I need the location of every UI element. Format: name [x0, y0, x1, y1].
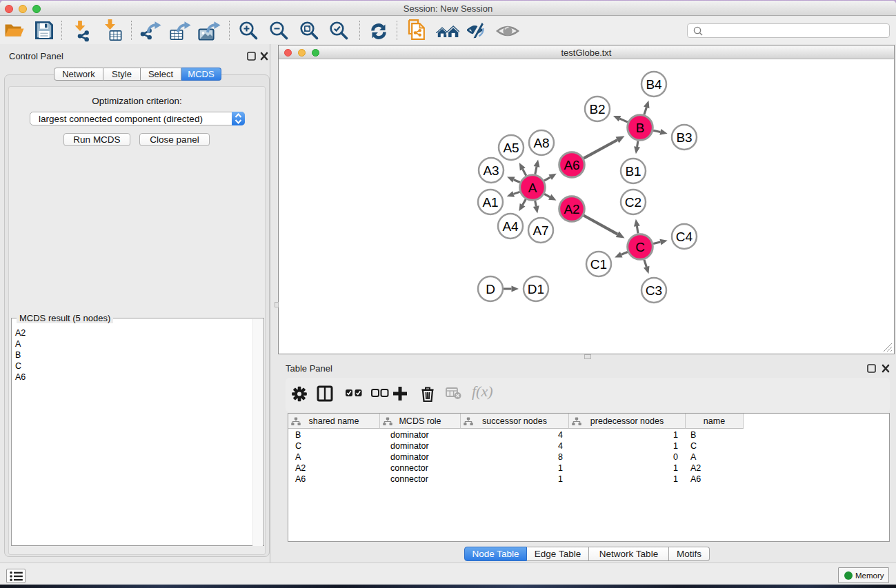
svg-text:A: A	[528, 181, 537, 195]
svg-text:A4: A4	[502, 219, 519, 234]
svg-text:A1: A1	[482, 195, 498, 210]
svg-text:C: C	[635, 240, 645, 254]
svg-text:C2: C2	[625, 195, 641, 210]
svg-text:D: D	[486, 282, 495, 296]
svg-text:D1: D1	[528, 282, 544, 296]
svg-text:B4: B4	[646, 77, 662, 92]
svg-text:B2: B2	[589, 102, 605, 116]
svg-text:B3: B3	[676, 130, 692, 145]
svg-text:C4: C4	[676, 230, 693, 244]
svg-text:A6: A6	[564, 158, 579, 172]
svg-text:f(x): f(x)	[472, 383, 493, 400]
svg-text:A2: A2	[564, 202, 579, 216]
svg-text:B1: B1	[625, 164, 641, 179]
svg-text:A7: A7	[532, 223, 548, 238]
svg-text:A3: A3	[483, 163, 499, 178]
svg-text:A5: A5	[503, 141, 519, 155]
svg-text:C1: C1	[590, 257, 607, 272]
svg-text:B: B	[636, 121, 645, 135]
svg-text:A8: A8	[533, 136, 549, 150]
svg-text:C3: C3	[646, 283, 662, 298]
